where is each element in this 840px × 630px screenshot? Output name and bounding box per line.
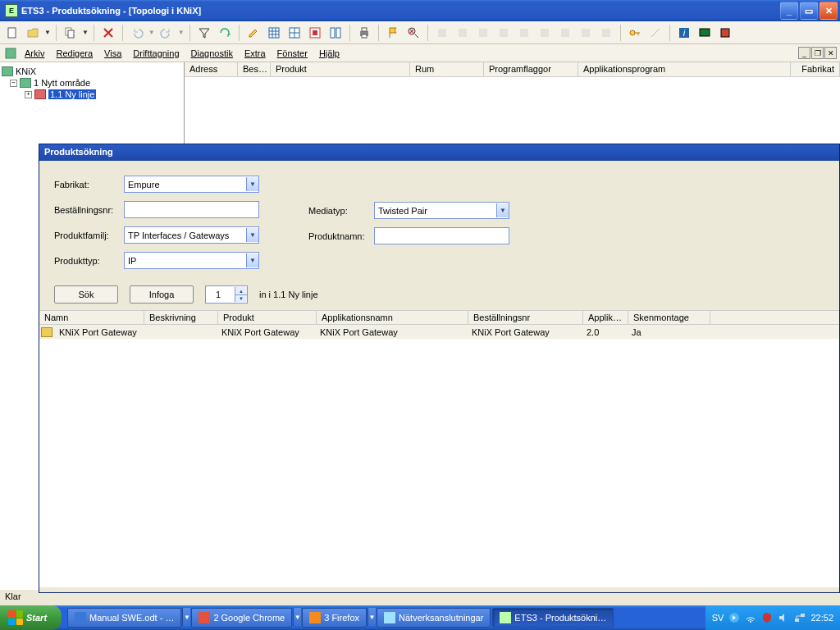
refresh-icon[interactable]	[216, 24, 234, 42]
search-button[interactable]: Sök	[54, 285, 118, 304]
dl6-icon[interactable]	[536, 24, 554, 42]
tree-root[interactable]: KNiX	[2, 66, 182, 77]
col-rum[interactable]: Rum	[410, 62, 484, 76]
rcol-bestallningsnr[interactable]: Beställningsnr	[468, 311, 583, 324]
dl2-icon[interactable]	[454, 24, 472, 42]
taskbar-item[interactable]: ETS3 - Produktsökni…	[492, 608, 614, 628]
results-list[interactable]: KNiX Port Gateway KNiX Port Gateway KNiX…	[39, 325, 839, 587]
maximize-button[interactable]: ▭	[800, 2, 818, 20]
col-adress[interactable]: Adress	[185, 62, 238, 76]
collapse-icon[interactable]: −	[10, 80, 17, 87]
taskbar-group-dropdown[interactable]: ▼	[182, 608, 190, 626]
filter-icon[interactable]	[195, 24, 213, 42]
mdi-restore-button[interactable]: ❐	[811, 47, 824, 59]
wand-icon[interactable]	[646, 24, 664, 42]
menu-hjalp[interactable]: Hjälp	[314, 47, 345, 60]
taskbar-item[interactable]: Nätverksanslutningar	[377, 608, 491, 628]
menu-drifttagning[interactable]: Drifttagning	[128, 47, 184, 60]
mdi-close-button[interactable]: ✕	[824, 47, 837, 59]
edit-icon[interactable]	[244, 24, 262, 42]
dl8-icon[interactable]	[577, 24, 595, 42]
menu-arkiv[interactable]: Arkiv	[20, 47, 49, 60]
network-icon[interactable]	[794, 612, 806, 623]
redo-icon[interactable]	[158, 24, 176, 42]
dropdown-arrow-icon[interactable]: ▼	[82, 29, 89, 36]
svg-rect-0	[8, 28, 16, 38]
grid3-icon[interactable]	[306, 24, 324, 42]
rcol-produkt[interactable]: Produkt	[218, 311, 317, 324]
expand-icon[interactable]: +	[25, 91, 32, 98]
col-programflaggor[interactable]: Programflaggor	[484, 62, 578, 76]
dl7-icon[interactable]	[556, 24, 574, 42]
taskbar-group-dropdown[interactable]: ▼	[293, 608, 301, 626]
dl4-icon[interactable]	[495, 24, 513, 42]
produktnamn-input[interactable]	[374, 227, 509, 244]
spin-down-icon[interactable]: ▼	[235, 294, 247, 302]
fabrikat-select[interactable]: Empure▼	[124, 176, 259, 193]
rcol-skenmontage[interactable]: Skenmontage	[628, 311, 710, 324]
copy-icon[interactable]	[62, 24, 80, 42]
grid1-icon[interactable]	[265, 24, 283, 42]
dropdown-arrow-icon[interactable]: ▼	[178, 29, 185, 36]
rcol-applikationsnamn[interactable]: Applikationsnamn	[317, 311, 468, 324]
find-icon[interactable]	[404, 24, 422, 42]
menu-extra[interactable]: Extra	[240, 47, 271, 60]
new-icon[interactable]	[3, 24, 21, 42]
language-indicator[interactable]: SV	[712, 613, 724, 623]
col-bes[interactable]: Bes…	[238, 62, 271, 76]
quantity-stepper[interactable]: ▲▼	[205, 285, 248, 304]
screen-icon[interactable]	[696, 24, 714, 42]
dl5-icon[interactable]	[515, 24, 533, 42]
open-icon[interactable]	[24, 24, 42, 42]
grid2-icon[interactable]	[285, 24, 304, 42]
quantity-input[interactable]	[206, 289, 231, 300]
tree-area[interactable]: − 1 Nytt område	[10, 77, 182, 89]
spin-up-icon[interactable]: ▲	[235, 287, 247, 294]
col-fabrikat[interactable]: Fabrikat	[791, 62, 840, 76]
taskbar-item[interactable]: 2 Google Chrome	[191, 608, 292, 628]
taskbar-group-dropdown[interactable]: ▼	[368, 608, 376, 626]
menu-diagnostik[interactable]: Diagnostik	[186, 47, 238, 60]
layout-icon[interactable]	[326, 24, 345, 42]
menu-visa[interactable]: Visa	[99, 47, 126, 60]
print-icon[interactable]	[355, 24, 373, 42]
taskbar-item[interactable]: 3 Firefox	[302, 608, 367, 628]
undo-icon[interactable]	[128, 24, 146, 42]
dl3-icon[interactable]	[474, 24, 492, 42]
dropdown-arrow-icon[interactable]: ▼	[148, 29, 155, 36]
menu-fonster[interactable]: Fönster	[272, 47, 313, 60]
taskbar-item[interactable]: Manual SWE.odt - …	[67, 608, 181, 628]
mdi-minimize-button[interactable]: _	[798, 47, 810, 59]
dl9-icon[interactable]	[597, 24, 615, 42]
rcol-beskrivning[interactable]: Beskrivning	[144, 311, 218, 324]
rcol-applik[interactable]: Applik…	[583, 311, 628, 324]
key-icon[interactable]	[626, 24, 644, 42]
menu-redigera[interactable]: Redigera	[51, 47, 98, 60]
dropdown-arrow-icon[interactable]: ▼	[44, 29, 51, 36]
tray-chevron-icon[interactable]	[728, 612, 740, 623]
start-button[interactable]: Start	[0, 605, 62, 630]
mediatyp-select[interactable]: Twisted Pair▼	[374, 202, 509, 219]
produktfamilj-select[interactable]: TP Interfaces / Gateways▼	[124, 226, 259, 244]
tree-line[interactable]: + 1.1 Ny linje	[25, 89, 182, 100]
rcol-namn[interactable]: Namn	[39, 311, 144, 324]
dl1-icon[interactable]	[433, 24, 451, 42]
minimize-button[interactable]: _	[780, 2, 798, 20]
system-tray[interactable]: SV 22:52	[705, 605, 840, 630]
info-icon[interactable]: i	[675, 24, 693, 42]
shield-icon[interactable]	[761, 612, 773, 623]
close-button[interactable]: ✕	[819, 2, 838, 20]
col-produkt[interactable]: Produkt	[271, 62, 410, 76]
col-applikationsprogram[interactable]: Applikationsprogram	[578, 62, 791, 76]
bestallningsnr-input[interactable]	[124, 201, 259, 218]
delete-icon[interactable]	[99, 24, 117, 42]
chip-icon[interactable]	[716, 24, 734, 42]
results-row[interactable]: KNiX Port Gateway KNiX Port Gateway KNiX…	[39, 325, 839, 339]
wifi-icon[interactable]	[745, 612, 756, 623]
flag-icon[interactable]	[384, 24, 402, 42]
svg-rect-2	[68, 30, 74, 38]
volume-icon[interactable]	[778, 612, 789, 623]
clock[interactable]: 22:52	[810, 613, 833, 623]
insert-button[interactable]: Infoga	[130, 285, 194, 304]
produkttyp-select[interactable]: IP▼	[124, 252, 259, 269]
